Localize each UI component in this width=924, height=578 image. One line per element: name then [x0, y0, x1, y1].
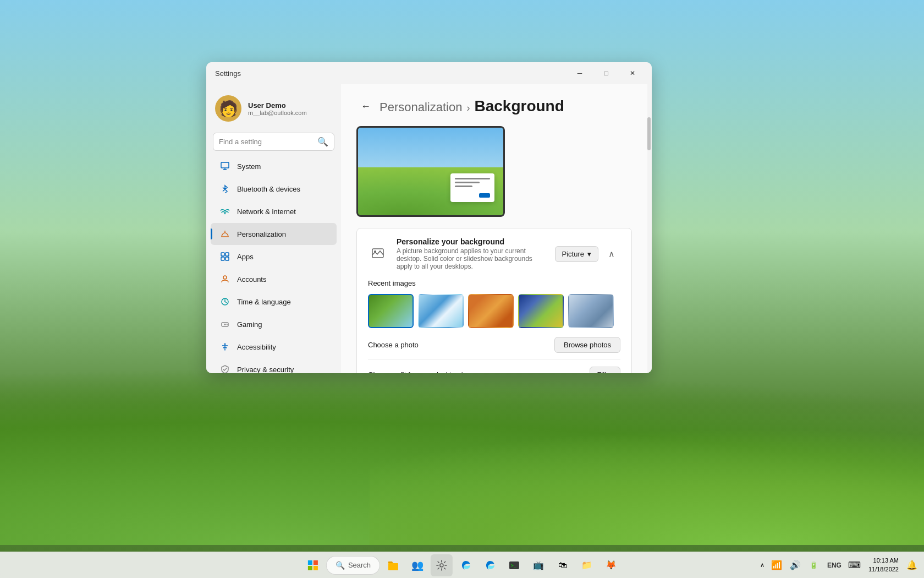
- sidebar-item-accessibility[interactable]: Accessibility: [211, 336, 337, 358]
- sidebar-item-gaming[interactable]: Gaming: [211, 313, 337, 335]
- taskbar-teams[interactable]: 👥: [406, 554, 428, 576]
- tray-network[interactable]: 📶: [768, 554, 785, 576]
- taskbar-edge[interactable]: [455, 554, 477, 576]
- back-button[interactable]: ←: [356, 99, 375, 114]
- apps-icon: [219, 251, 230, 262]
- privacy-icon: [219, 364, 230, 373]
- browse-photos-button[interactable]: Browse photos: [554, 337, 620, 353]
- taskbar-right: ∧ 📶 🔊 🔋 ENG ⌨ 10:13 AM 11/18/2022 🔔: [758, 554, 924, 576]
- sidebar-item-personalization[interactable]: Personalization: [211, 223, 337, 245]
- sidebar-item-label-system: System: [237, 162, 261, 171]
- search-icon: 🔍: [317, 137, 328, 147]
- breadcrumb-arrow: ›: [466, 102, 470, 114]
- accessibility-icon: [219, 341, 230, 352]
- taskbar: 🔍 Search 👥: [0, 552, 924, 578]
- network-icon: [219, 206, 230, 217]
- svg-rect-9: [226, 257, 229, 260]
- taskbar-clock[interactable]: 10:13 AM 11/18/2022: [864, 557, 903, 574]
- taskbar-firefox[interactable]: 🦊: [600, 554, 622, 576]
- svg-rect-6: [221, 253, 224, 256]
- sidebar-item-label-accounts: Accounts: [237, 275, 266, 283]
- desktop: Settings ─ □ ✕ 🧑 User Demo m: [0, 0, 924, 578]
- search-input[interactable]: [219, 138, 313, 146]
- svg-point-22: [374, 250, 376, 253]
- minimize-button[interactable]: ─: [567, 64, 592, 82]
- taskbar-search-label: Search: [348, 561, 371, 569]
- search-box[interactable]: 🔍: [213, 133, 334, 151]
- svg-rect-26: [314, 566, 318, 570]
- collapse-button[interactable]: ∧: [603, 245, 620, 263]
- sidebar-item-time[interactable]: Time & language: [211, 291, 337, 313]
- sidebar-item-accounts[interactable]: Accounts: [211, 268, 337, 290]
- image-thumb-2[interactable]: [418, 294, 464, 328]
- scrollbar-track: [647, 84, 652, 373]
- user-profile[interactable]: 🧑 User Demo m__lab@outlook.com: [206, 89, 341, 128]
- sidebar-item-system[interactable]: System: [211, 155, 337, 177]
- tray-battery[interactable]: 🔋: [805, 554, 823, 576]
- image-thumb-3[interactable]: [468, 294, 514, 328]
- svg-rect-27: [388, 563, 398, 570]
- language-indicator[interactable]: ENG: [824, 561, 845, 569]
- sidebar-item-network[interactable]: Network & internet: [211, 200, 337, 222]
- sidebar-item-apps[interactable]: Apps: [211, 246, 337, 268]
- fit-dropdown[interactable]: Fill ▾: [590, 367, 620, 373]
- maximize-button[interactable]: □: [593, 64, 619, 82]
- dropdown-arrow-icon: ▾: [587, 250, 591, 258]
- svg-rect-24: [314, 560, 318, 565]
- sidebar-item-privacy[interactable]: Privacy & security: [211, 358, 337, 373]
- sidebar: 🧑 User Demo m__lab@outlook.com 🔍: [206, 84, 341, 373]
- title-bar-controls: ─ □ ✕: [567, 64, 645, 82]
- personalize-background-section: Personalize your background A picture ba…: [356, 228, 632, 373]
- image-thumb-4[interactable]: [518, 294, 564, 328]
- choose-photo-label: Choose a photo: [368, 341, 419, 349]
- svg-point-18: [227, 324, 228, 325]
- taskbar-media[interactable]: 📺: [527, 554, 549, 576]
- taskbar-store[interactable]: 🛍: [552, 554, 574, 576]
- browse-row: Choose a photo Browse photos: [368, 337, 620, 360]
- dropdown-value: Picture: [562, 250, 584, 258]
- sidebar-item-bluetooth[interactable]: Bluetooth & devices: [211, 178, 337, 200]
- gaming-icon: [219, 319, 230, 330]
- images-grid: [368, 294, 620, 328]
- close-button[interactable]: ✕: [620, 64, 645, 82]
- bluetooth-icon: [219, 183, 230, 194]
- main-content: ← Personalization › Background: [341, 84, 647, 373]
- preview-dialog: [450, 173, 494, 202]
- taskbar-settings[interactable]: [431, 554, 453, 576]
- tray-volume[interactable]: 🔊: [787, 554, 804, 576]
- image-thumb-1[interactable]: [368, 294, 414, 328]
- background-type-dropdown[interactable]: Picture ▾: [555, 246, 598, 262]
- background-preview: [356, 126, 505, 217]
- taskbar-center: 🔍 Search 👥: [302, 554, 622, 576]
- breadcrumb-current: Background: [474, 97, 564, 115]
- svg-point-28: [440, 564, 443, 567]
- taskbar-search[interactable]: 🔍 Search: [326, 556, 380, 575]
- window-title: Settings: [215, 69, 241, 78]
- fit-dropdown-arrow-icon: ▾: [609, 370, 613, 373]
- sidebar-item-label-network: Network & internet: [237, 208, 296, 216]
- image-thumb-5[interactable]: [568, 294, 614, 328]
- svg-rect-8: [221, 257, 224, 260]
- sidebar-item-label-accessibility: Accessibility: [237, 343, 276, 351]
- fit-value: Fill: [597, 370, 606, 373]
- time-icon: [219, 296, 230, 307]
- section-title: Personalize your background: [397, 237, 546, 246]
- user-name: User Demo: [248, 101, 332, 110]
- taskbar-file-explorer[interactable]: [382, 554, 404, 576]
- svg-point-17: [226, 324, 227, 325]
- tray-notification[interactable]: 🔔: [904, 560, 920, 570]
- tray-chevron[interactable]: ∧: [758, 561, 767, 569]
- start-button[interactable]: [302, 554, 324, 576]
- system-icon: [219, 161, 230, 172]
- svg-point-10: [223, 276, 227, 279]
- tray-keyboard[interactable]: ⌨: [846, 560, 863, 570]
- sidebar-item-label-gaming: Gaming: [237, 320, 262, 329]
- taskbar-terminal[interactable]: >_: [503, 554, 525, 576]
- scrollbar-thumb[interactable]: [647, 117, 651, 150]
- section-desc: A picture background applies to your cur…: [397, 247, 546, 270]
- fit-row: Choose a fit for your desktop image Fill…: [368, 367, 620, 373]
- window-body: 🧑 User Demo m__lab@outlook.com 🔍: [206, 84, 652, 373]
- sidebar-item-label-privacy: Privacy & security: [237, 366, 294, 374]
- taskbar-photos[interactable]: 📁: [576, 554, 598, 576]
- taskbar-edge-2[interactable]: [479, 554, 501, 576]
